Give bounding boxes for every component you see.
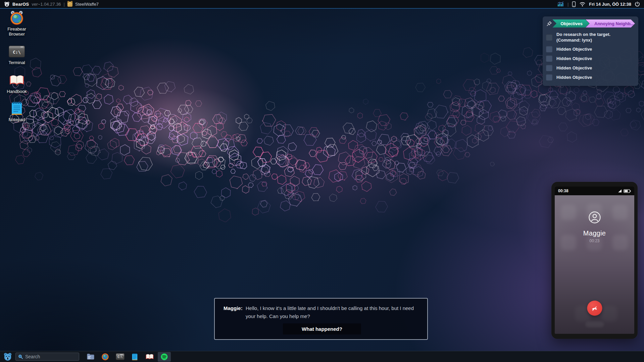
device-icon — [572, 1, 576, 7]
folder-icon — [87, 353, 95, 360]
search-icon — [18, 354, 23, 359]
network-stats-icon — [557, 1, 564, 7]
signal-icon — [618, 189, 622, 193]
desktop-icon-label: Handbook — [7, 89, 27, 94]
dialogue-box: Maggie: Hello, I know it's a little late… — [214, 298, 428, 340]
objective-checkbox — [546, 65, 552, 71]
game-desktop: { "topbar": { "os_name": "BearOS", "vers… — [0, 0, 644, 362]
dialogue-choice-button[interactable]: What happened? — [283, 323, 361, 334]
taskbar-app-handbook[interactable] — [143, 352, 156, 362]
notepad-icon — [132, 353, 138, 361]
bear-start-icon — [3, 352, 12, 361]
handbook-icon — [9, 72, 25, 88]
objective-item: Hidden Objective — [546, 74, 635, 81]
fireabear-browser-icon — [101, 353, 109, 361]
objective-item: Hidden Objective — [546, 55, 635, 62]
desktop-icon-label: Fireabear Browser — [3, 27, 31, 37]
bear-logo-icon — [4, 1, 10, 7]
search-input[interactable] — [25, 354, 72, 359]
objective-item: Do research on the target.(Command: lynx… — [546, 32, 635, 43]
music-player-icon — [160, 353, 168, 361]
taskbar-app-music-player[interactable] — [158, 352, 171, 362]
taskbar-app-notepad[interactable] — [128, 352, 141, 362]
caller-name: Maggie — [583, 229, 606, 237]
phone: 00:38 — [551, 182, 638, 339]
objective-checkbox — [546, 34, 552, 41]
notepad-icon — [11, 101, 23, 116]
tab-objectives[interactable]: Objectives — [552, 19, 589, 28]
phone-home-indicator — [585, 321, 604, 327]
fireabear-browser-icon — [9, 10, 24, 25]
desktop-icon-notepad[interactable]: Notepad — [3, 101, 31, 122]
person-icon — [587, 210, 602, 225]
clock: Fri 14 Jun, ÖÖ 12:38 — [589, 2, 631, 7]
topbar-separator: | — [64, 2, 65, 7]
call-duration: 00:23 — [589, 239, 599, 243]
taskbar-app-terminal[interactable]: C:\ — [113, 352, 127, 362]
top-bar: BearOS ver~1.04.27.36 | SteelWaffe7 | — [0, 0, 644, 9]
power-icon[interactable] — [635, 1, 640, 7]
phone-screen: 00:38 — [555, 187, 634, 334]
pushpin-icon[interactable] — [546, 21, 552, 27]
tab-mission[interactable]: Annoying Neighb... — [586, 19, 635, 28]
topbar-separator-2: | — [567, 2, 568, 7]
battery-icon — [624, 189, 631, 193]
doge-avatar-icon — [67, 2, 72, 7]
dialogue-speaker: Maggie: — [224, 304, 246, 320]
desktop-icon-handbook[interactable]: Handbook — [3, 72, 31, 94]
phone-status-bar: 00:38 — [555, 187, 634, 195]
handbook-icon — [145, 353, 154, 360]
hangup-call-button[interactable] — [587, 301, 602, 316]
taskbar-app-file-manager[interactable] — [84, 352, 97, 362]
desktop-icon-label: Notepad — [8, 117, 25, 122]
hangup-call-icon — [591, 305, 598, 312]
desktop-icon-terminal[interactable]: C:\ Terminal — [3, 44, 31, 65]
desktop-icon-label: Terminal — [8, 60, 25, 65]
objective-checkbox — [546, 46, 552, 52]
objective-item: Hidden Objective — [546, 46, 635, 52]
wifi-icon — [579, 2, 586, 7]
objective-checkbox — [546, 55, 552, 62]
search-box[interactable] — [15, 353, 79, 361]
phone-status-time: 00:38 — [558, 189, 568, 193]
taskbar-app-browser[interactable] — [99, 352, 112, 362]
os-version: ver~1.04.27.36 — [32, 2, 61, 7]
objective-checkbox — [546, 74, 552, 81]
username: SteelWaffe7 — [75, 2, 99, 7]
objectives-panel: Objectives Annoying Neighb... Do researc… — [543, 16, 638, 86]
dialogue-text: Hello, I know it's a little late and I s… — [246, 304, 420, 320]
terminal-icon: C:\ — [116, 353, 125, 360]
terminal-icon: C:\ — [9, 44, 25, 59]
start-button[interactable] — [3, 352, 13, 361]
desktop-icon-fireabear-browser[interactable]: Fireabear Browser — [3, 10, 31, 37]
os-name: BearOS — [12, 2, 29, 7]
objective-item: Hidden Objective — [546, 65, 635, 71]
taskbar: C:\ — [0, 351, 644, 362]
